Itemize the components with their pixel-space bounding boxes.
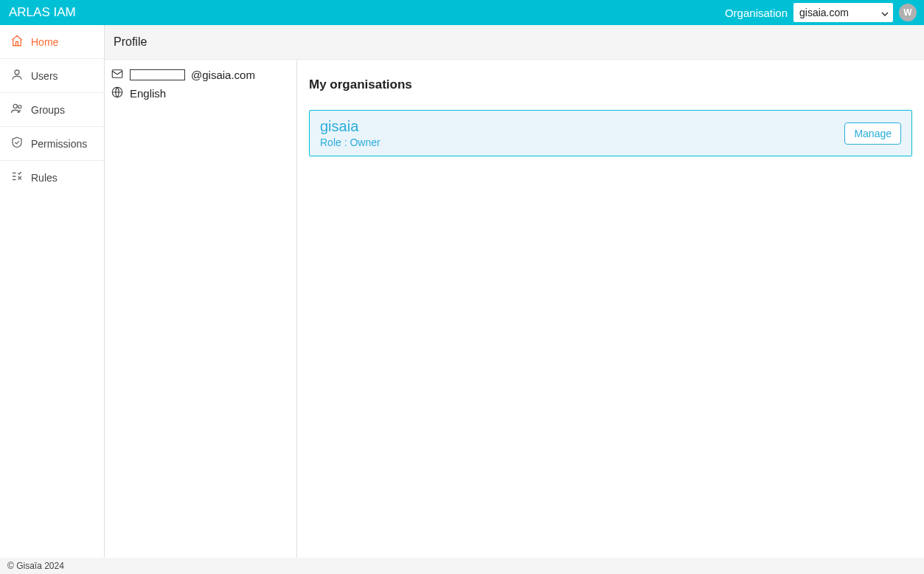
svg-point-0 xyxy=(15,70,19,75)
avatar-letter: W xyxy=(903,7,911,18)
avatar[interactable]: W xyxy=(899,4,917,21)
profile-language: English xyxy=(130,87,166,100)
person-icon xyxy=(10,68,24,83)
rules-icon xyxy=(10,170,24,185)
sidebar-item-label: Groups xyxy=(31,104,65,116)
sidebar: Home Users Groups Permissions Rules xyxy=(0,25,105,558)
sidebar-item-label: Permissions xyxy=(31,138,87,150)
sidebar-item-label: Users xyxy=(31,70,58,82)
sidebar-item-rules[interactable]: Rules xyxy=(0,161,104,194)
org-select-value: gisaia.com xyxy=(799,7,849,18)
page-title: Profile xyxy=(105,25,924,60)
globe-icon xyxy=(111,86,124,101)
sidebar-item-users[interactable]: Users xyxy=(0,59,104,93)
org-role: Role : Owner xyxy=(320,136,381,148)
sidebar-item-home[interactable]: Home xyxy=(0,25,104,59)
email-redacted-box xyxy=(130,69,185,80)
home-icon xyxy=(10,34,24,49)
svg-point-1 xyxy=(13,104,17,108)
shield-check-icon xyxy=(10,136,24,151)
people-icon xyxy=(10,102,24,117)
sidebar-item-label: Rules xyxy=(31,172,58,184)
svg-point-2 xyxy=(18,106,21,108)
sidebar-item-label: Home xyxy=(31,36,58,48)
orgs-section-title: My organisations xyxy=(309,77,912,92)
topbar-right: Organisation gisaia.com W xyxy=(725,3,917,22)
mail-icon xyxy=(111,67,124,83)
main-panel: My organisations gisaia Role : Owner Man… xyxy=(297,60,924,558)
org-name: gisaia xyxy=(320,118,381,135)
org-card: gisaia Role : Owner Manage xyxy=(309,110,912,156)
manage-button[interactable]: Manage xyxy=(844,122,901,145)
profile-panel: @gisaia.com English xyxy=(105,60,297,558)
chevron-down-icon xyxy=(881,7,889,18)
copyright: © Gisaïa 2024 xyxy=(7,561,64,571)
footer: © Gisaïa 2024 xyxy=(0,558,924,574)
sidebar-item-permissions[interactable]: Permissions xyxy=(0,127,104,161)
svg-rect-3 xyxy=(112,70,122,78)
content: Profile @gisaia.com English My organisa xyxy=(105,25,924,558)
org-card-info: gisaia Role : Owner xyxy=(320,118,381,148)
email-suffix: @gisaia.com xyxy=(191,69,255,81)
sidebar-item-groups[interactable]: Groups xyxy=(0,93,104,127)
profile-email-row: @gisaia.com xyxy=(111,66,291,84)
topbar: ARLAS IAM Organisation gisaia.com W xyxy=(0,0,924,25)
org-label: Organisation xyxy=(725,7,788,19)
profile-language-row: English xyxy=(111,84,291,103)
org-select[interactable]: gisaia.com xyxy=(793,3,893,22)
app-title: ARLAS IAM xyxy=(7,5,76,20)
